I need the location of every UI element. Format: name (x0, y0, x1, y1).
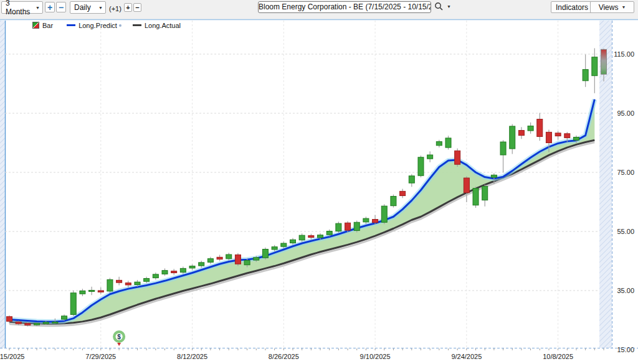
y-axis-label: 75.00 (617, 169, 634, 176)
candle[interactable] (217, 257, 222, 259)
candle[interactable] (62, 316, 67, 319)
candle[interactable] (117, 280, 122, 282)
candle[interactable] (427, 155, 433, 159)
candle[interactable] (25, 324, 31, 325)
candle[interactable] (464, 178, 469, 193)
x-axis-label: 9/24/2025 (451, 353, 482, 360)
candle[interactable] (491, 175, 497, 177)
candle[interactable] (308, 236, 314, 238)
candle[interactable] (189, 266, 195, 268)
candle[interactable] (262, 250, 268, 258)
candle[interactable] (290, 240, 295, 243)
candle[interactable] (363, 218, 369, 222)
candle[interactable] (199, 263, 204, 266)
candle[interactable] (518, 131, 524, 136)
y-axis-label: 55.00 (617, 228, 634, 235)
charting-app-window: 3 Months ▼ + − Daily ▼ (+1) + − Bloom En… (0, 0, 638, 364)
candle[interactable] (482, 186, 488, 200)
candle[interactable] (144, 279, 150, 282)
candle[interactable] (244, 261, 250, 265)
candle[interactable] (98, 291, 103, 292)
candle[interactable] (254, 258, 259, 260)
candle[interactable] (500, 142, 506, 155)
candle[interactable] (354, 222, 359, 230)
y-axis-label: 95.00 (617, 110, 634, 117)
candle[interactable] (473, 189, 478, 205)
earnings-marker-flag (117, 343, 121, 346)
candle[interactable] (528, 126, 533, 131)
candle[interactable] (235, 255, 240, 264)
candle[interactable] (546, 132, 551, 142)
candle[interactable] (52, 322, 58, 323)
candle[interactable] (564, 134, 570, 138)
earnings-marker-label: $ (117, 334, 121, 340)
left-edge-band (0, 21, 5, 348)
candle[interactable] (281, 243, 287, 246)
candle[interactable] (436, 142, 442, 146)
candle[interactable] (226, 254, 232, 259)
candle[interactable] (107, 279, 113, 291)
current-candle[interactable] (601, 49, 607, 74)
candle[interactable] (400, 191, 406, 195)
candle[interactable] (89, 291, 95, 292)
candle[interactable] (573, 137, 579, 140)
candle[interactable] (70, 293, 76, 315)
candle[interactable] (7, 317, 12, 322)
candle[interactable] (153, 274, 158, 278)
x-axis-label: 8/12/2025 (177, 353, 207, 360)
candle[interactable] (207, 259, 213, 263)
candle[interactable] (510, 126, 515, 149)
price-chart[interactable]: 115.0095.0075.0055.0035.0015.007/15/2025… (0, 0, 638, 364)
x-axis-label: 9/10/2025 (360, 353, 391, 360)
candle[interactable] (80, 291, 85, 294)
candle[interactable] (34, 324, 40, 325)
y-axis-label: 35.00 (617, 287, 634, 294)
candle[interactable] (125, 283, 131, 285)
candle[interactable] (373, 220, 378, 223)
y-axis-label: 15.00 (617, 346, 634, 353)
candle[interactable] (299, 235, 305, 240)
candle[interactable] (583, 70, 588, 81)
predict-actual-fill (9, 100, 594, 324)
candle[interactable] (391, 196, 396, 205)
candle[interactable] (135, 282, 140, 284)
candle[interactable] (180, 268, 186, 272)
candle[interactable] (162, 271, 168, 274)
y-axis-label: 115.00 (614, 50, 634, 58)
x-axis-label: 10/8/2025 (543, 353, 573, 360)
x-axis-label: 7/29/2025 (85, 353, 116, 360)
candle[interactable] (43, 322, 49, 324)
x-axis-label: 8/26/2025 (269, 353, 299, 360)
predict-line-glow (9, 100, 594, 322)
candle[interactable] (537, 119, 543, 137)
candle[interactable] (16, 322, 21, 324)
candle[interactable] (409, 176, 414, 183)
candle[interactable] (345, 223, 351, 230)
candle[interactable] (381, 206, 387, 222)
candle[interactable] (592, 57, 598, 76)
candle[interactable] (555, 133, 561, 136)
candle[interactable] (336, 223, 341, 231)
candle[interactable] (272, 247, 277, 250)
candle[interactable] (171, 271, 177, 273)
candle[interactable] (445, 138, 451, 147)
actual-line (9, 140, 594, 324)
predict-line (9, 100, 594, 322)
candle[interactable] (418, 157, 424, 175)
candle[interactable] (326, 231, 332, 235)
candle[interactable] (455, 151, 460, 164)
candle[interactable] (318, 235, 323, 238)
x-axis-label: 7/15/2025 (0, 353, 24, 360)
